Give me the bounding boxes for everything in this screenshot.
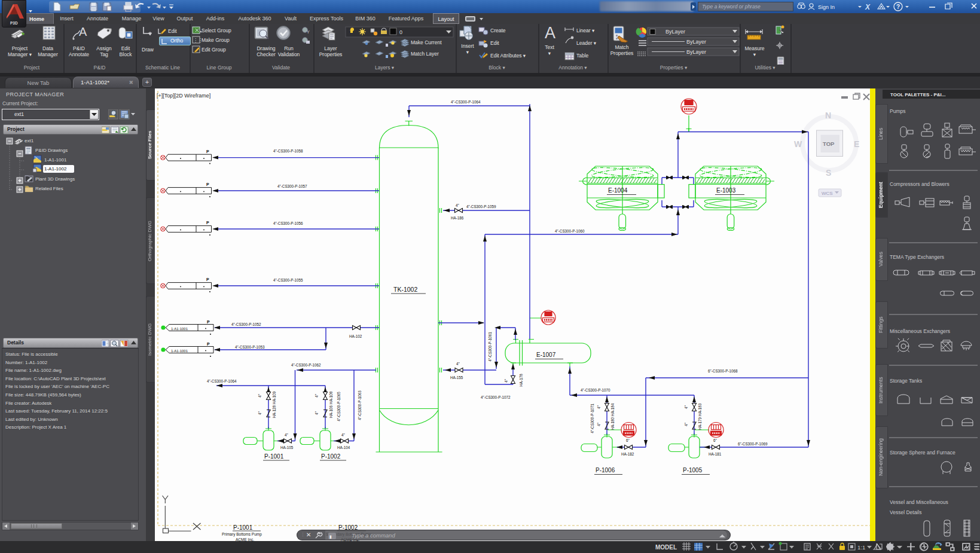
svg-text:X: X	[865, 3, 871, 11]
svg-text:ByLayer: ByLayer	[686, 39, 706, 45]
svg-text:ByLayer: ByLayer	[665, 29, 685, 35]
svg-text:TEMA Type Exchangers: TEMA Type Exchangers	[890, 254, 944, 260]
svg-text:1:1: 1:1	[857, 544, 865, 551]
svg-text:Vessel Details: Vessel Details	[890, 509, 921, 515]
svg-text:A: A	[79, 25, 87, 38]
svg-text:Pumps: Pumps	[890, 108, 905, 114]
svg-text:A: A	[545, 24, 555, 42]
svg-text:ByLayer: ByLayer	[686, 49, 706, 55]
svg-text:▮: ▮	[329, 534, 332, 538]
svg-text:Compressors and Blowers: Compressors and Blowers	[890, 181, 950, 187]
svg-text:Vessel and Miscellaneous: Vessel and Miscellaneous	[890, 499, 948, 505]
svg-text:Miscellaneous Exchangers: Miscellaneous Exchangers	[890, 328, 950, 334]
svg-text:Y: Y	[307, 30, 310, 34]
svg-text:Storage Tanks: Storage Tanks	[890, 378, 922, 384]
svg-text:Storage Sphere and Furnace: Storage Sphere and Furnace	[890, 450, 955, 456]
svg-text:MODEL: MODEL	[655, 544, 677, 551]
svg-text:TOOL PALETTES - P&I...: TOOL PALETTES - P&I...	[890, 92, 945, 97]
svg-text:Sign In: Sign In	[818, 4, 835, 10]
svg-text:?: ?	[896, 4, 900, 10]
svg-text:P3D: P3D	[10, 21, 18, 25]
svg-text:0: 0	[399, 29, 402, 35]
